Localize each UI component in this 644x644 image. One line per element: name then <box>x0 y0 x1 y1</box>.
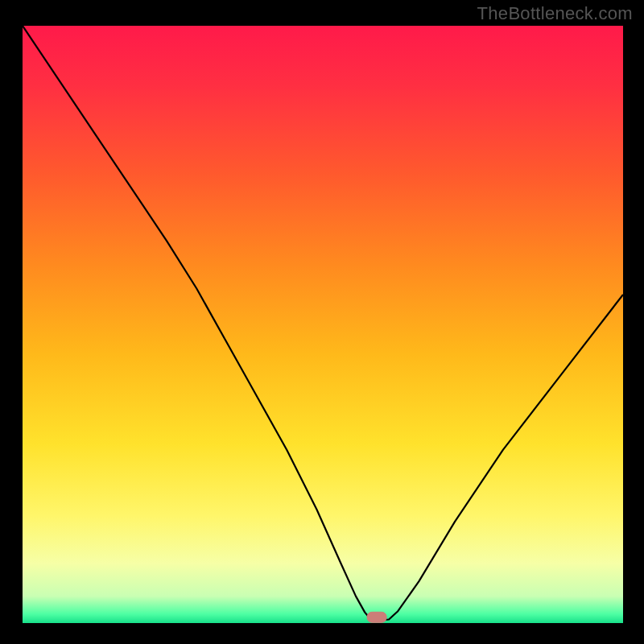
chart-container: TheBottleneck.com <box>0 0 644 644</box>
watermark-text: TheBottleneck.com <box>477 3 633 24</box>
optimal-point-marker <box>367 612 386 622</box>
plot-background <box>23 26 623 623</box>
bottleneck-chart <box>0 0 644 644</box>
